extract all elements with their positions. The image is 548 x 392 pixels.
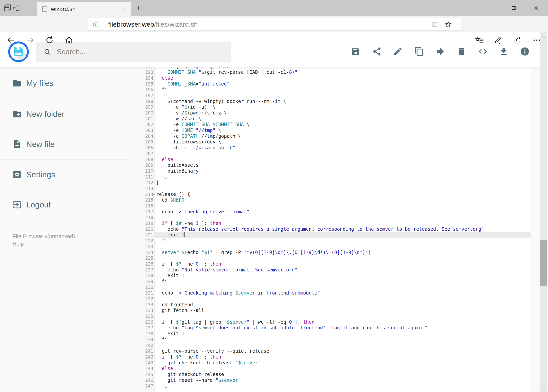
refresh-icon[interactable] bbox=[45, 35, 54, 45]
code-line[interactable]: 202 -e COMMIT_SHA=$COMMIT_SHA \ bbox=[145, 122, 531, 128]
favorite-star-icon[interactable] bbox=[444, 21, 452, 28]
code-line[interactable]: 211 fi bbox=[145, 174, 531, 180]
code-line[interactable]: 223 bbox=[145, 244, 531, 250]
code-line[interactable]: 222 fi bbox=[145, 238, 531, 244]
code-line[interactable]: 218 bbox=[145, 215, 531, 221]
code-line[interactable]: 214▼release () { bbox=[145, 192, 531, 197]
sidebar-item-settings[interactable]: Settings bbox=[0, 169, 133, 180]
code-line[interactable]: 247 fi bbox=[145, 383, 531, 389]
url-text: filebrowser.web/files/wizard.sh bbox=[108, 18, 198, 30]
code-button[interactable] bbox=[478, 47, 487, 56]
code-line[interactable]: 243 git checkout -b release "$semver" bbox=[145, 360, 531, 366]
code-line[interactable]: 215 cd $REPO bbox=[145, 197, 531, 203]
info-button[interactable] bbox=[520, 47, 530, 56]
edit-button[interactable] bbox=[393, 47, 403, 56]
code-line[interactable]: 241 git rev-parse --verify --quiet relea… bbox=[145, 348, 531, 354]
code-line[interactable]: 199 -u "$(id -u)" \ bbox=[145, 104, 531, 110]
scrollbar-thumb[interactable] bbox=[540, 240, 548, 286]
code-line[interactable]: 237 echo "Tag $semver does not exist in … bbox=[145, 325, 531, 331]
code-line[interactable]: 235 bbox=[145, 314, 531, 319]
scroll-up-icon[interactable] bbox=[541, 35, 546, 41]
code-line[interactable]: 194 else bbox=[145, 75, 531, 81]
new-tab-button[interactable] bbox=[135, 5, 142, 12]
share-icon[interactable] bbox=[513, 35, 522, 45]
window-minimize-button[interactable] bbox=[482, 0, 500, 16]
code-line[interactable]: 230 bbox=[145, 285, 531, 290]
code-line[interactable]: 225 bbox=[145, 255, 531, 261]
search-input[interactable] bbox=[57, 42, 225, 62]
code-line[interactable]: 207 bbox=[145, 151, 531, 157]
copy-button[interactable] bbox=[414, 47, 424, 56]
code-line[interactable]: 244 else bbox=[145, 366, 531, 372]
fold-marker-icon[interactable]: ▼ bbox=[153, 192, 155, 197]
code-line[interactable]: 208 else bbox=[145, 157, 531, 163]
page-scrollbar[interactable] bbox=[540, 32, 548, 392]
code-line[interactable]: 239 fi bbox=[145, 337, 531, 343]
code-line[interactable]: 192 if [ -d ".git" ]; then bbox=[145, 68, 531, 70]
code-line[interactable]: 238 exit 1 bbox=[145, 331, 531, 337]
move-button[interactable] bbox=[436, 47, 445, 56]
code-line[interactable]: 224 semver=$(echo "$1" | grep -P '^v(0|[… bbox=[145, 250, 531, 256]
sidebar-item-logout[interactable]: Logout bbox=[0, 199, 133, 210]
code-line[interactable]: 233 cd frontend bbox=[145, 302, 531, 308]
code-line[interactable]: 203 -e HOME="//tmp" \ bbox=[145, 128, 531, 133]
tab-list-chevron-icon[interactable] bbox=[152, 5, 158, 11]
code-line[interactable]: 204 -e GOPATH=//tmp/gopath \ bbox=[145, 133, 531, 139]
home-icon[interactable] bbox=[64, 35, 74, 45]
help-link[interactable]: Help bbox=[13, 241, 24, 247]
code-line[interactable]: 196 fi bbox=[145, 87, 531, 93]
code-line[interactable]: 236 if [ $(git tag | grep "$semver" | wc… bbox=[145, 319, 531, 325]
code-line[interactable]: 219 if [ $# -ne 1 ]; then bbox=[145, 221, 531, 226]
code-line[interactable]: 220 echo "This release script requires a… bbox=[145, 226, 531, 232]
code-line[interactable]: 205 filebrowser/dev \ bbox=[145, 139, 531, 145]
back-icon[interactable] bbox=[6, 35, 15, 45]
code-line[interactable]: 229 fi bbox=[145, 279, 531, 285]
code-line[interactable]: 206 sh -c "./wizard.sh -b" bbox=[145, 145, 531, 151]
address-bar[interactable]: filebrowser.web/files/wizard.sh bbox=[88, 18, 462, 30]
code-line[interactable]: 216 bbox=[145, 203, 531, 209]
reading-view-icon[interactable] bbox=[431, 21, 438, 28]
code-line[interactable]: 232 bbox=[145, 296, 531, 302]
code-line[interactable]: 212} bbox=[145, 180, 531, 186]
code-line[interactable]: 228 exit 1 bbox=[145, 273, 531, 279]
hub-favorites-icon[interactable] bbox=[475, 35, 484, 45]
download-button[interactable] bbox=[499, 47, 509, 56]
line-number: 205 bbox=[145, 139, 153, 145]
code-line[interactable]: 209 buildAssets bbox=[145, 162, 531, 168]
browser-tab[interactable]: wizard.sh bbox=[37, 2, 131, 16]
set-tabs-aside-icon[interactable] bbox=[12, 4, 20, 12]
code-line[interactable]: 217 echo "> Checking semver format" bbox=[145, 209, 531, 215]
code-line[interactable]: 195 COMMIT_SHA="untracked" bbox=[145, 81, 531, 87]
annotate-pen-icon[interactable] bbox=[494, 35, 503, 45]
code-line[interactable]: 231 echo "> Checking matching $semver in… bbox=[145, 290, 531, 296]
tab-preview-icon[interactable] bbox=[3, 4, 12, 12]
code-line[interactable]: 213 bbox=[145, 186, 531, 192]
share-button[interactable] bbox=[372, 47, 382, 56]
code-line[interactable]: 198 $(command -v winpty) docker run --rm… bbox=[145, 99, 531, 105]
code-line[interactable]: 226 if [ $? -ne 0 ]; then bbox=[145, 261, 531, 267]
code-line[interactable]: 221 exit 1 bbox=[145, 232, 531, 238]
code-line[interactable]: 210 buildBinary bbox=[145, 168, 531, 174]
sidebar-item-new-file[interactable]: New file bbox=[0, 139, 133, 150]
site-info-icon[interactable] bbox=[92, 21, 99, 28]
sidebar-item-my-files[interactable]: My files bbox=[0, 78, 133, 89]
code-editor[interactable]: 192 if [ -d ".git" ]; then193 COMMIT_SHA… bbox=[145, 68, 531, 392]
scroll-down-icon[interactable] bbox=[541, 383, 546, 389]
save-button[interactable] bbox=[351, 47, 361, 56]
code-line[interactable]: 246 git reset --hard "$semver" bbox=[145, 378, 531, 383]
code-line[interactable]: 227 echo "Not valid semver format. See s… bbox=[145, 267, 531, 273]
tab-close-icon[interactable] bbox=[122, 6, 127, 12]
code-line[interactable]: 201 -w //src \ bbox=[145, 116, 531, 122]
delete-button[interactable] bbox=[457, 47, 466, 56]
sidebar-item-new-folder[interactable]: New folder bbox=[0, 109, 133, 119]
window-close-button[interactable] bbox=[527, 0, 545, 16]
window-maximize-button[interactable] bbox=[505, 0, 523, 16]
code-line[interactable]: 240 bbox=[145, 343, 531, 349]
code-line[interactable]: 193 COMMIT_SHA="$(git rev-parse HEAD | c… bbox=[145, 70, 531, 75]
code-line[interactable]: 234 git fetch --all bbox=[145, 308, 531, 314]
code-line[interactable]: 197 bbox=[145, 93, 531, 99]
forward-icon[interactable] bbox=[26, 35, 35, 45]
code-line[interactable]: 200 -v /$(pwd):/src:z \ bbox=[145, 110, 531, 116]
code-line[interactable]: 245 git checkout release bbox=[145, 372, 531, 378]
code-line[interactable]: 242 if [ $? -ne 0 ]; then bbox=[145, 354, 531, 360]
